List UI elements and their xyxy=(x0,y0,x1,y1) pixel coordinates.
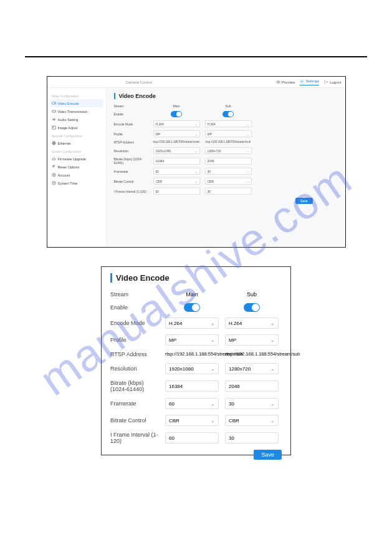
chevron-down-icon: ⌄ xyxy=(211,366,215,372)
sidebar-item-firmware[interactable]: Firmware Upgrade xyxy=(50,155,103,163)
sidebar-item-audio-setting[interactable]: Audio Setting xyxy=(50,115,103,124)
profile-label: Profile xyxy=(114,132,148,136)
chevron-down-icon: ⌄ xyxy=(247,149,249,153)
main-fps-select[interactable]: 60⌄ xyxy=(153,168,200,175)
sidebar-item-video-transmission[interactable]: Video Transmission xyxy=(50,107,103,115)
encode-label: Encode Mode xyxy=(110,320,159,326)
main-profile-select[interactable]: MP⌄ xyxy=(165,334,219,346)
sub-fps-select[interactable]: 30⌄ xyxy=(205,168,252,175)
svg-point-1 xyxy=(302,80,303,82)
sub-bc-select[interactable]: CBR⌄ xyxy=(225,415,279,426)
logout-link[interactable]: Logout xyxy=(324,80,341,84)
chevron-down-icon: ⌄ xyxy=(211,418,215,424)
encode-label: Encode Mode xyxy=(114,122,148,126)
bc-label: Bitrate Control xyxy=(114,180,148,183)
settings-link[interactable]: Settings xyxy=(300,79,319,85)
bitrate-label: Bitrate (kbps) (1024-61440) xyxy=(110,380,159,392)
bc-label: Bitrate Control xyxy=(110,417,159,424)
chevron-down-icon: ⌄ xyxy=(211,321,215,326)
main-bitrate-input[interactable]: 16384 xyxy=(165,380,219,392)
video-icon xyxy=(52,101,56,105)
content: Video Encode StreamMainSub Enable Encode… xyxy=(107,88,345,247)
sidebar-item-image-adjust[interactable]: Image Adjust xyxy=(50,124,103,132)
chevron-down-icon: ⌄ xyxy=(195,170,198,173)
main-res-select[interactable]: 1920x1080⌄ xyxy=(153,147,200,154)
main-enable-toggle[interactable] xyxy=(184,303,200,312)
sub-fps-select[interactable]: 30⌄ xyxy=(225,398,279,409)
sub-enable-toggle[interactable] xyxy=(244,303,260,312)
main-bc-select[interactable]: CBR⌄ xyxy=(153,178,200,185)
sub-enable-toggle[interactable] xyxy=(222,111,234,117)
sub-profile-select[interactable]: MP⌄ xyxy=(205,130,252,137)
svg-rect-4 xyxy=(52,126,55,129)
main-rtsp: rtsp://192.168.1.188:554/stream/main xyxy=(165,352,219,357)
main-profile-select[interactable]: MP⌄ xyxy=(153,130,200,137)
main-bc-select[interactable]: CBR⌄ xyxy=(165,415,219,426)
rtsp-label: RTSP Address xyxy=(110,351,159,357)
main-encode-select[interactable]: H.264⌄ xyxy=(165,317,219,329)
chevron-down-icon: ⌄ xyxy=(247,122,249,126)
sub-encode-select[interactable]: H.264⌄ xyxy=(205,120,252,127)
main-iframe-input[interactable]: 60 xyxy=(153,188,200,195)
section-video: Video Configuration xyxy=(50,92,103,99)
topbar: Camera Control Preview Settings Logout xyxy=(47,77,345,88)
sub-header: Sub xyxy=(225,291,279,298)
main-res-select[interactable]: 1920x1080⌄ xyxy=(165,363,219,374)
chevron-down-icon: ⌄ xyxy=(195,122,198,126)
image-icon xyxy=(52,125,56,130)
bitrate-label: Bitrate (kbps) (1024-61440) xyxy=(114,157,148,165)
sub-res-select[interactable]: 1280x720⌄ xyxy=(205,147,252,154)
clock-icon xyxy=(52,181,56,185)
stream-label: Stream xyxy=(110,291,159,298)
main-enable-toggle[interactable] xyxy=(171,111,182,117)
audio-icon xyxy=(52,117,56,122)
sidebar-item-account[interactable]: Account xyxy=(50,171,103,179)
sub-rtsp: rtsp://192.168.1.188:554/stream/sub xyxy=(205,141,252,144)
sub-res-select[interactable]: 1280x720⌄ xyxy=(225,363,279,374)
main-bitrate-input[interactable]: 16384 xyxy=(153,158,200,165)
sub-bc-select[interactable]: CBR⌄ xyxy=(205,178,252,185)
sidebar-item-reset[interactable]: Reset Options xyxy=(50,163,103,171)
save-button[interactable]: Save xyxy=(254,450,282,460)
transmit-icon xyxy=(52,109,56,114)
svg-rect-3 xyxy=(52,110,55,112)
framerate-label: Framerate xyxy=(110,400,159,407)
logout-icon xyxy=(324,80,328,84)
resolution-label: Resolution xyxy=(110,366,159,372)
sidebar-item-video-encode[interactable]: Video Encode xyxy=(50,99,103,107)
admin-screenshot-full: Camera Control Preview Settings Logout V… xyxy=(47,76,346,248)
iframe-label: I Frame Interval (1-120) xyxy=(110,432,159,444)
chevron-down-icon: ⌄ xyxy=(270,366,275,372)
sub-iframe-input[interactable]: 30 xyxy=(205,188,252,195)
sidebar-item-ethernet[interactable]: Ethernet xyxy=(50,139,103,147)
chevron-down-icon: ⌄ xyxy=(270,418,275,424)
sub-encode-select[interactable]: H.264⌄ xyxy=(225,317,279,329)
main-encode-select[interactable]: H.264⌄ xyxy=(153,120,200,127)
main-iframe-input[interactable]: 60 xyxy=(165,432,219,443)
sub-bitrate-input[interactable]: 2048 xyxy=(205,158,252,165)
form-zoomed: Video Encode StreamMainSub Enable Encode… xyxy=(101,266,291,455)
sub-bitrate-input[interactable]: 2048 xyxy=(225,380,279,392)
sub-rtsp: rtsp://192.168.1.188:554/stream/sub xyxy=(225,352,279,357)
save-button[interactable]: Save xyxy=(295,198,312,204)
chevron-down-icon: ⌄ xyxy=(247,170,249,173)
preview-link[interactable]: Preview xyxy=(276,80,295,84)
profile-label: Profile xyxy=(110,337,159,343)
rtsp-label: RTSP Address xyxy=(114,140,148,144)
enable-label: Enable xyxy=(110,304,159,311)
globe-icon xyxy=(52,141,56,145)
svg-point-5 xyxy=(53,127,54,127)
gear-icon xyxy=(52,173,56,177)
page-title: Video Encode xyxy=(114,93,338,99)
chevron-down-icon: ⌄ xyxy=(247,132,249,136)
main-fps-select[interactable]: 60⌄ xyxy=(165,398,219,409)
sub-profile-select[interactable]: MP⌄ xyxy=(225,334,279,346)
chevron-down-icon: ⌄ xyxy=(211,337,215,343)
reset-icon xyxy=(52,165,56,169)
sidebar-item-systime[interactable]: System Time xyxy=(50,179,103,187)
app-title: Camera Control xyxy=(126,80,152,84)
main-header: Main xyxy=(165,291,219,298)
chevron-down-icon: ⌄ xyxy=(211,401,215,407)
chevron-down-icon: ⌄ xyxy=(270,321,275,326)
sub-iframe-input[interactable]: 30 xyxy=(225,432,279,443)
